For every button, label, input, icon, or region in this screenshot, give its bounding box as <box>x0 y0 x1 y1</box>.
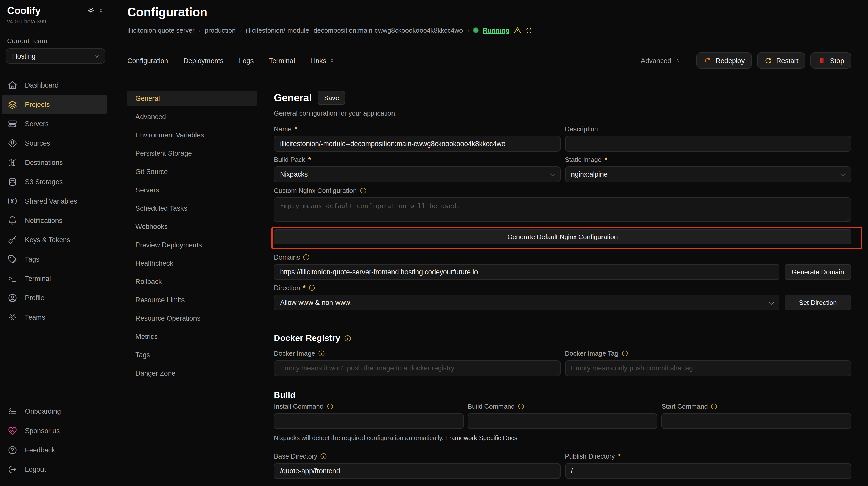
submenu-resource-limits[interactable]: Resource Limits <box>127 292 256 307</box>
sidebar-item-s3-storages[interactable]: S3 Storages <box>0 172 111 191</box>
breadcrumb-resource[interactable]: illicitestonion/-module--decomposition:m… <box>246 27 463 34</box>
install-command-input[interactable] <box>274 413 464 429</box>
info-icon <box>320 453 327 459</box>
name-input[interactable] <box>274 136 560 152</box>
submenu-rollback[interactable]: Rollback <box>127 274 256 289</box>
heart-hands-icon <box>7 426 17 435</box>
sidebar-item-sponsor[interactable]: Sponsor us <box>0 421 111 440</box>
generate-default-nginx-configuration-button[interactable]: Generate Default Nginx Configuration <box>274 229 851 244</box>
configuration-content: General Advanced Environment Variables P… <box>127 91 851 486</box>
info-icon <box>327 403 333 410</box>
resize-handle[interactable] <box>845 217 850 221</box>
save-button[interactable]: Save <box>318 91 345 105</box>
submenu-scheduled-tasks[interactable]: Scheduled Tasks <box>127 200 256 216</box>
git-source-icon <box>7 138 17 148</box>
required-asterisk: * <box>618 452 621 460</box>
sidebar-nav: Dashboard Projects Servers Sources Desti… <box>0 75 111 401</box>
sidebar-item-label: S3 Storages <box>25 178 63 186</box>
breadcrumb-project[interactable]: illicitonion quote server <box>127 27 194 34</box>
sidebar-item-sources[interactable]: Sources <box>0 133 111 153</box>
sidebar-item-projects[interactable]: Projects <box>2 95 107 114</box>
publish-directory-input[interactable] <box>565 463 851 479</box>
submenu-git-source[interactable]: Git Source <box>127 164 256 179</box>
set-direction-button[interactable]: Set Direction <box>784 295 851 311</box>
name-field-group: Name* <box>274 125 560 152</box>
sidebar-item-notifications[interactable]: Notifications <box>0 211 111 230</box>
generate-domain-button[interactable]: Generate Domain <box>784 264 851 280</box>
submenu-label: Resource Operations <box>135 314 200 322</box>
submenu-tags[interactable]: Tags <box>127 347 256 362</box>
status-running-link[interactable]: Running <box>483 27 509 34</box>
sidebar-item-label: Dashboard <box>25 81 59 89</box>
docker-image-tag-input[interactable] <box>565 360 851 376</box>
base-directory-input[interactable] <box>274 463 560 479</box>
submenu-advanced[interactable]: Advanced <box>127 109 256 124</box>
base-directory-field-group: Base Directory <box>274 452 560 479</box>
advanced-select[interactable]: Advanced <box>641 57 680 64</box>
sidebar-item-terminal[interactable]: >_Terminal <box>0 269 111 288</box>
docker-image-input[interactable] <box>274 360 560 376</box>
tab-terminal[interactable]: Terminal <box>269 57 295 64</box>
tab-configuration[interactable]: Configuration <box>127 57 168 64</box>
sidebar-item-tags[interactable]: Tags <box>0 249 111 269</box>
sidebar-item-servers[interactable]: Servers <box>0 114 111 133</box>
restart-button[interactable]: Restart <box>757 53 805 69</box>
sidebar-item-logout[interactable]: Logout <box>0 459 111 479</box>
required-asterisk: * <box>605 156 607 163</box>
build-command-field-group: Build Command <box>468 402 657 429</box>
action-buttons: Advanced Redeploy Restart Stop <box>641 53 851 69</box>
redeploy-button[interactable]: Redeploy <box>696 53 752 69</box>
build-pack-select[interactable]: Nixpacks <box>274 166 560 182</box>
docker-image-tag-label: Docker Image Tag <box>565 350 619 357</box>
warning-icon[interactable] <box>514 27 521 34</box>
publish-directory-field-group: Publish Directory* <box>565 452 851 479</box>
start-command-input[interactable] <box>661 413 851 429</box>
submenu-resource-operations[interactable]: Resource Operations <box>127 311 256 326</box>
sidebar-item-destinations[interactable]: Destinations <box>0 153 111 172</box>
submenu-webhooks[interactable]: Webhooks <box>127 219 256 234</box>
tab-deployments[interactable]: Deployments <box>184 57 224 64</box>
base-directory-label: Base Directory <box>274 452 317 460</box>
sidebar-item-label: Notifications <box>25 217 62 224</box>
app-logo[interactable]: Coolify <box>7 5 40 17</box>
sidebar-item-shared-variables[interactable]: (x)Shared Variables <box>0 191 111 211</box>
team-select[interactable]: Hosting <box>6 48 105 64</box>
sidebar-item-onboarding[interactable]: Onboarding <box>0 401 111 421</box>
info-icon <box>344 335 351 342</box>
submenu-preview-deployments[interactable]: Preview Deployments <box>127 237 256 252</box>
submenu-persistent-storage[interactable]: Persistent Storage <box>127 145 256 161</box>
static-image-select[interactable]: nginx:alpine <box>565 166 851 182</box>
submenu-healthcheck[interactable]: Healthcheck <box>127 256 256 271</box>
custom-nginx-textarea[interactable] <box>274 197 851 222</box>
checklist-icon <box>7 407 17 416</box>
direction-select[interactable]: Allow www & non-www. <box>274 295 779 311</box>
domains-input[interactable] <box>274 264 779 280</box>
submenu-label: Advanced <box>135 113 166 120</box>
sidebar-item-dashboard[interactable]: Dashboard <box>0 75 111 95</box>
sidebar-item-label: Feedback <box>25 446 55 454</box>
stop-button[interactable]: Stop <box>810 53 851 69</box>
build-command-input[interactable] <box>468 413 657 429</box>
tab-links[interactable]: Links <box>310 57 335 64</box>
custom-nginx-field-group: Custom Nginx Configuration <box>274 187 851 224</box>
home-icon <box>7 80 17 90</box>
build-command-label: Build Command <box>468 402 515 410</box>
submenu-metrics[interactable]: Metrics <box>127 329 256 344</box>
sidebar-item-teams[interactable]: Teams <box>0 307 111 327</box>
sidebar-item-profile[interactable]: Profile <box>0 288 111 307</box>
tab-label: Links <box>310 57 326 64</box>
team-select-value: Hosting <box>12 52 36 60</box>
submenu-danger-zone[interactable]: Danger Zone <box>127 365 256 381</box>
submenu-general[interactable]: General <box>127 91 256 106</box>
refresh-icon[interactable] <box>525 27 532 34</box>
submenu-servers[interactable]: Servers <box>127 182 256 197</box>
static-image-field-group: Static Image* nginx:alpine <box>565 156 851 182</box>
sidebar-item-feedback[interactable]: Feedback <box>0 440 111 459</box>
framework-docs-link[interactable]: Framework Specific Docs <box>445 434 518 442</box>
sidebar-item-keys-tokens[interactable]: Keys & Tokens <box>0 230 111 249</box>
breadcrumb-environment[interactable]: production <box>205 27 236 34</box>
theme-switcher[interactable] <box>87 7 104 14</box>
submenu-environment-variables[interactable]: Environment Variables <box>127 127 256 142</box>
description-input[interactable] <box>565 136 851 152</box>
tab-logs[interactable]: Logs <box>239 57 254 64</box>
